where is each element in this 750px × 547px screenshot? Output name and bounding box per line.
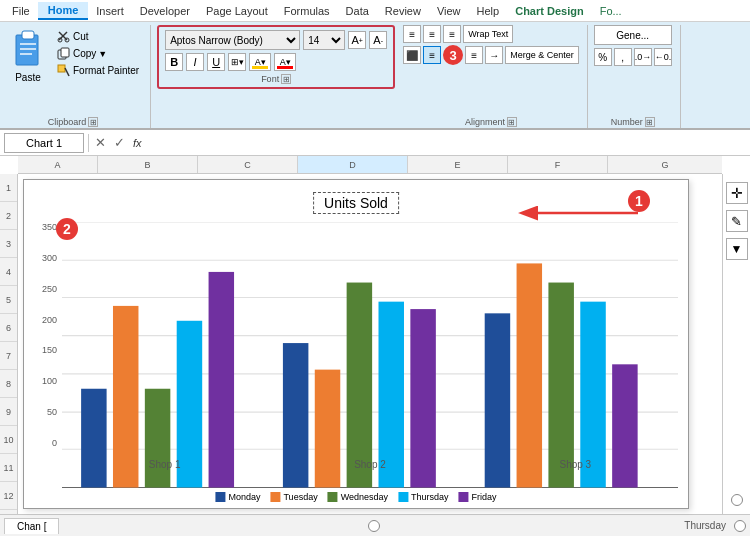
cut-button[interactable]: Cut [54, 29, 142, 44]
align-left-button[interactable]: ⬛ [403, 46, 421, 64]
row-1[interactable]: 1 [0, 174, 17, 202]
col-header-e[interactable]: E [408, 156, 508, 173]
font-group-label: Font [261, 74, 279, 84]
row-10[interactable]: 10 [0, 426, 17, 454]
row-3[interactable]: 3 [0, 230, 17, 258]
chart-filters-icon[interactable]: ▼ [726, 238, 748, 260]
row-11[interactable]: 11 [0, 454, 17, 482]
fill-color-button[interactable]: A▾ [249, 53, 271, 71]
y-axis-labels: 350 300 250 200 150 100 50 0 [29, 222, 57, 448]
menu-help[interactable]: Help [469, 3, 508, 19]
general-button[interactable]: Gene... [594, 25, 672, 45]
font-name-select[interactable]: Aptos Narrow (Body) [165, 30, 300, 50]
x-axis-labels: Shop 1 Shop 2 Shop 3 [62, 459, 678, 470]
align-right-button[interactable]: ≡ [465, 46, 483, 64]
name-box[interactable] [4, 133, 84, 153]
menu-data[interactable]: Data [338, 3, 377, 19]
svg-line-12 [65, 68, 69, 76]
bold-button[interactable]: B [165, 53, 183, 71]
decrease-decimal-button[interactable]: ←0. [654, 48, 672, 66]
menu-file[interactable]: File [4, 3, 38, 19]
italic-button[interactable]: I [186, 53, 204, 71]
menu-formulas[interactable]: Formulas [276, 3, 338, 19]
col-header-b[interactable]: B [98, 156, 198, 173]
paste-button[interactable]: Paste [4, 25, 52, 85]
svg-rect-24 [145, 389, 170, 488]
row-5[interactable]: 5 [0, 286, 17, 314]
number-dialog-icon[interactable]: ⊞ [645, 117, 655, 127]
alignment-dialog-icon[interactable]: ⊞ [507, 117, 517, 127]
row-4[interactable]: 4 [0, 258, 17, 286]
merge-center-button[interactable]: Merge & Center [505, 46, 579, 64]
underline-button[interactable]: U [207, 53, 225, 71]
badge-3: 3 [443, 45, 463, 65]
row-8[interactable]: 8 [0, 370, 17, 398]
scroll-indicator[interactable] [368, 520, 380, 532]
svg-rect-3 [20, 48, 36, 50]
legend-monday: Monday [215, 492, 260, 502]
font-dialog-icon[interactable]: ⊞ [281, 74, 291, 84]
borders-button[interactable]: ⊞▾ [228, 53, 246, 71]
font-size-select[interactable]: 14 [303, 30, 345, 50]
row-9[interactable]: 9 [0, 398, 17, 426]
chart-container[interactable]: Units Sold 1 2 350 300 250 200 150 100 5 [23, 179, 689, 509]
menu-review[interactable]: Review [377, 3, 429, 19]
col-header-f[interactable]: F [508, 156, 608, 173]
bottom-right-handle[interactable] [734, 520, 746, 532]
svg-rect-2 [20, 43, 36, 45]
col-header-a[interactable]: A [18, 156, 98, 173]
fx-icon[interactable]: fx [131, 137, 144, 149]
align-top-button[interactable]: ≡ [403, 25, 421, 43]
svg-rect-11 [58, 65, 65, 72]
resize-handle[interactable] [731, 494, 743, 506]
menu-insert[interactable]: Insert [88, 3, 132, 19]
svg-rect-1 [22, 31, 34, 39]
sheet-tab[interactable]: Chan [ [4, 518, 59, 534]
row-2[interactable]: 2 [0, 202, 17, 230]
font-decrease-button[interactable]: A- [369, 31, 387, 49]
chart-svg [62, 222, 678, 488]
formula-input[interactable] [148, 133, 746, 153]
row-7[interactable]: 7 [0, 342, 17, 370]
menu-view[interactable]: View [429, 3, 469, 19]
menu-developer[interactable]: Developer [132, 3, 198, 19]
menu-format[interactable]: Fo... [592, 3, 630, 19]
svg-rect-4 [20, 53, 32, 55]
menu-home[interactable]: Home [38, 2, 89, 20]
row-6[interactable]: 6 [0, 314, 17, 342]
svg-rect-29 [347, 283, 372, 488]
col-header-c[interactable]: C [198, 156, 298, 173]
chart-styles-icon[interactable]: ✎ [726, 210, 748, 232]
align-bottom-button[interactable]: ≡ [443, 25, 461, 43]
number-group-label: Number [611, 117, 643, 127]
row-12[interactable]: 12 [0, 482, 17, 510]
cancel-formula-icon[interactable]: ✕ [93, 135, 108, 150]
align-middle-button[interactable]: ≡ [423, 25, 441, 43]
clipboard-dialog-icon[interactable]: ⊞ [88, 117, 98, 127]
copy-button[interactable]: Copy ▼ [54, 46, 142, 61]
increase-decimal-button[interactable]: .0→ [634, 48, 652, 66]
col-header-g[interactable]: G [608, 156, 722, 173]
indent-button[interactable]: → [485, 46, 503, 64]
font-color-button[interactable]: A▾ [274, 53, 296, 71]
add-chart-element-icon[interactable]: ✛ [726, 182, 748, 204]
svg-rect-10 [61, 48, 69, 57]
legend-wednesday: Wednesday [328, 492, 388, 502]
font-increase-button[interactable]: A+ [348, 31, 366, 49]
svg-rect-22 [81, 389, 106, 488]
menu-chart-design[interactable]: Chart Design [507, 3, 591, 19]
percent-button[interactable]: % [594, 48, 612, 66]
paste-label: Paste [15, 72, 41, 83]
chart-title[interactable]: Units Sold [313, 192, 399, 214]
menu-page-layout[interactable]: Page Layout [198, 3, 276, 19]
thursday-label: Thursday [684, 520, 726, 531]
confirm-formula-icon[interactable]: ✓ [112, 135, 127, 150]
align-center-button[interactable]: ≡ [423, 46, 441, 64]
wrap-text-button[interactable]: Wrap Text [463, 25, 513, 43]
alignment-group-label: Alignment [465, 117, 505, 127]
format-painter-button[interactable]: Format Painter [54, 63, 142, 78]
comma-button[interactable]: , [614, 48, 632, 66]
col-header-d[interactable]: D [298, 156, 408, 173]
legend-friday: Friday [459, 492, 497, 502]
badge-2: 2 [56, 218, 78, 240]
